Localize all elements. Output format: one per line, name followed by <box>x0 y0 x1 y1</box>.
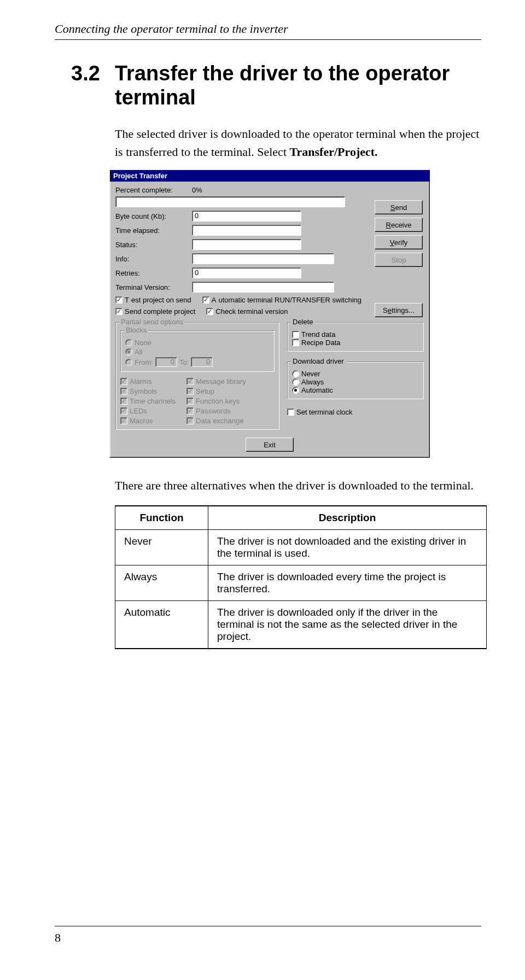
blocks-group: Blocks None All From: 0 To: 0 <box>120 330 275 372</box>
table-row: Always The driver is downloaded every ti… <box>115 565 487 601</box>
section-title: 3.2 Transfer the driver to the operator … <box>71 62 481 109</box>
terminal-version-field <box>192 282 334 293</box>
blocks-from-radio: From: <box>125 358 153 366</box>
setup-checkbox: ✓Setup <box>186 387 246 395</box>
alarms-checkbox: ✓Alarms <box>120 377 176 386</box>
status-label: Status: <box>115 241 192 249</box>
receive-button[interactable]: Receive <box>375 218 423 232</box>
retries-field: 0 <box>192 267 301 278</box>
byte-count-field: 0 <box>192 211 301 221</box>
dialog-titlebar: Project Transfer <box>110 170 429 182</box>
leds-checkbox: ✓LEDs <box>120 407 176 415</box>
terminal-version-label: Terminal Version: <box>115 283 192 291</box>
table-header-function: Function <box>115 506 208 530</box>
delete-legend: Delete <box>291 318 315 326</box>
project-transfer-dialog: Project Transfer Send Receive Verify Sto… <box>109 170 430 458</box>
info-label: Info: <box>115 255 192 263</box>
set-terminal-clock-checkbox[interactable]: Set terminal clock <box>287 408 424 416</box>
section-number: 3.2 <box>71 62 115 109</box>
partial-send-legend: Partial send options <box>119 318 185 326</box>
test-project-checkbox[interactable]: ✓Test project on send <box>115 296 191 304</box>
download-always-radio[interactable]: Always <box>292 378 419 386</box>
table-cell: The driver is not downloaded and the exi… <box>208 530 487 565</box>
byte-count-label: Byte count (Kb): <box>115 212 192 220</box>
progress-bar <box>115 196 345 207</box>
download-driver-group: Download driver Never Always Automatic <box>287 361 424 399</box>
table-row: Never The driver is not downloaded and t… <box>115 530 487 565</box>
delete-group: Delete Trend data Recipe Data <box>287 322 424 352</box>
after-dialog-text: There are three alternatives when the dr… <box>115 476 481 494</box>
table-cell: Never <box>115 530 208 565</box>
exit-button[interactable]: Exit <box>246 438 294 452</box>
intro-paragraph: The selected driver is downloaded to the… <box>115 125 481 161</box>
blocks-none-radio: None <box>125 339 270 347</box>
percent-complete-label: Percent complete: <box>115 186 192 194</box>
function-keys-checkbox: ✓Function keys <box>186 397 246 405</box>
table-cell: The driver is downloaded every time the … <box>208 565 487 601</box>
status-field <box>192 239 301 250</box>
to-input: 0 <box>191 357 213 367</box>
blocks-legend: Blocks <box>124 326 148 334</box>
send-complete-checkbox[interactable]: ✓Send complete project <box>115 307 195 316</box>
settings-button[interactable]: Settings... <box>375 303 423 317</box>
passwords-checkbox: ✓Passwords <box>186 407 246 415</box>
intro-command: Transfer/Project. <box>290 145 378 159</box>
page-header: Connecting the operator terminal to the … <box>55 22 481 40</box>
table-cell: Automatic <box>115 601 208 649</box>
blocks-all-radio: All <box>125 348 270 356</box>
table-row: Automatic The driver is downloaded only … <box>115 601 487 649</box>
table-header-description: Description <box>208 506 487 530</box>
partial-send-group: Partial send options Blocks None All Fro… <box>115 322 279 430</box>
verify-button[interactable]: Verify <box>375 235 423 249</box>
time-elapsed-field <box>192 225 301 236</box>
from-input: 0 <box>155 357 177 367</box>
percent-complete-value: 0% <box>192 186 225 194</box>
auto-run-transfer-checkbox[interactable]: ✓Automatic terminal RUN/TRANSFER switchi… <box>202 296 361 304</box>
trend-data-checkbox[interactable]: Trend data <box>292 330 419 339</box>
check-terminal-version-checkbox[interactable]: ✓Check terminal version <box>206 307 288 316</box>
download-driver-legend: Download driver <box>291 357 346 365</box>
time-channels-checkbox: ✓Time channels <box>120 397 176 405</box>
download-automatic-radio[interactable]: Automatic <box>292 386 419 394</box>
symbols-checkbox: ✓Symbols <box>120 387 176 395</box>
data-exchange-checkbox: ✓Data exchange <box>186 417 246 425</box>
section-title-text: Transfer the driver to the operator term… <box>115 62 481 109</box>
table-cell: Always <box>115 565 208 601</box>
to-label: To: <box>179 358 189 366</box>
page-number: 8 <box>55 931 61 944</box>
send-button[interactable]: Send <box>375 200 423 214</box>
message-library-checkbox: ✓Message library <box>186 377 246 386</box>
time-elapsed-label: Time elapsed: <box>115 226 192 235</box>
retries-label: Retries: <box>115 269 192 277</box>
download-never-radio[interactable]: Never <box>292 370 419 378</box>
page-footer: 8 <box>55 926 481 945</box>
macros-checkbox: ✓Macros <box>120 417 176 425</box>
function-table: Function Description Never The driver is… <box>115 505 487 649</box>
info-field <box>192 253 334 264</box>
stop-button[interactable]: Stop <box>375 253 423 267</box>
dialog-button-column: Send Receive Verify Stop Settings... <box>375 200 423 317</box>
recipe-data-checkbox[interactable]: Recipe Data <box>292 339 419 347</box>
table-cell: The driver is downloaded only if the dri… <box>208 601 487 649</box>
